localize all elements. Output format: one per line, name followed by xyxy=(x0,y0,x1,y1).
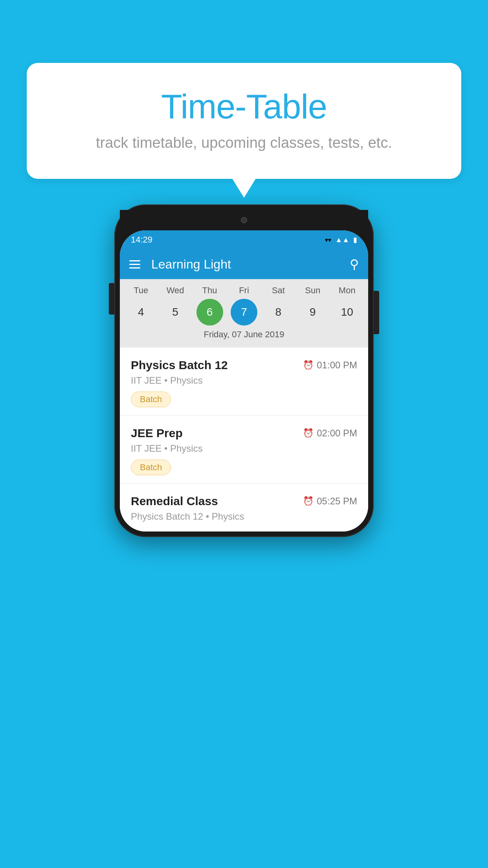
status-time: 14:29 xyxy=(131,235,152,245)
speech-bubble-container: Time-Table track timetable, upcoming cla… xyxy=(27,63,461,179)
phone-screen: 14:29 ▾▾ ▲▲ ▮ Learning Light ⚲ xyxy=(120,230,368,531)
phone-mockup: 14:29 ▾▾ ▲▲ ▮ Learning Light ⚲ xyxy=(114,204,374,537)
day-thu: Thu xyxy=(196,285,223,296)
battery-icon: ▮ xyxy=(353,235,357,244)
item-title-2: JEE Prep xyxy=(131,427,183,440)
dates-row[interactable]: 4 5 6 7 8 9 10 xyxy=(120,299,368,326)
item-time-2: ⏰ 02:00 PM xyxy=(303,428,357,439)
day-wed: Wed xyxy=(162,285,189,296)
status-icons: ▾▾ ▲▲ ▮ xyxy=(325,235,357,244)
day-sun: Sun xyxy=(299,285,326,296)
speech-bubble: Time-Table track timetable, upcoming cla… xyxy=(27,63,461,179)
schedule-list: Physics Batch 12 ⏰ 01:00 PM IIT JEE • Ph… xyxy=(120,348,368,531)
date-7-selected[interactable]: 7 xyxy=(231,299,257,326)
batch-badge-1: Batch xyxy=(131,392,171,407)
days-row: Tue Wed Thu Fri Sat Sun Mon xyxy=(120,285,368,296)
menu-icon[interactable] xyxy=(129,260,140,268)
selected-date-label: Friday, 07 June 2019 xyxy=(120,329,368,344)
clock-icon-1: ⏰ xyxy=(303,360,314,370)
day-sat: Sat xyxy=(265,285,292,296)
notch-cutout xyxy=(213,212,275,228)
status-bar: 14:29 ▾▾ ▲▲ ▮ xyxy=(120,230,368,249)
clock-icon-2: ⏰ xyxy=(303,428,314,438)
day-tue: Tue xyxy=(128,285,154,296)
time-value-2: 02:00 PM xyxy=(317,428,357,439)
date-8[interactable]: 8 xyxy=(265,299,292,326)
batch-badge-2: Batch xyxy=(131,460,171,475)
app-title: Learning Light xyxy=(151,257,339,272)
item-header-3: Remedial Class ⏰ 05:25 PM xyxy=(131,495,357,508)
schedule-item-jee-prep[interactable]: JEE Prep ⏰ 02:00 PM IIT JEE • Physics Ba… xyxy=(120,416,368,484)
bubble-subtitle: track timetable, upcoming classes, tests… xyxy=(58,134,430,151)
date-10[interactable]: 10 xyxy=(334,299,360,326)
phone-notch xyxy=(120,210,368,230)
camera xyxy=(241,217,247,223)
time-value-3: 05:25 PM xyxy=(317,496,357,507)
calendar-strip: Tue Wed Thu Fri Sat Sun Mon 4 5 6 7 8 9 … xyxy=(120,279,368,348)
clock-icon-3: ⏰ xyxy=(303,496,314,506)
item-title-1: Physics Batch 12 xyxy=(131,359,228,372)
date-6-today[interactable]: 6 xyxy=(196,299,223,326)
schedule-item-remedial[interactable]: Remedial Class ⏰ 05:25 PM Physics Batch … xyxy=(120,484,368,531)
item-header-1: Physics Batch 12 ⏰ 01:00 PM xyxy=(131,359,357,372)
item-subtitle-1: IIT JEE • Physics xyxy=(131,375,357,386)
wifi-icon: ▾▾ xyxy=(325,236,331,244)
date-5[interactable]: 5 xyxy=(162,299,189,326)
phone-frame: 14:29 ▾▾ ▲▲ ▮ Learning Light ⚲ xyxy=(114,204,374,537)
bubble-title: Time-Table xyxy=(58,86,430,127)
day-mon: Mon xyxy=(334,285,360,296)
app-bar: Learning Light ⚲ xyxy=(120,249,368,279)
schedule-item-physics-batch[interactable]: Physics Batch 12 ⏰ 01:00 PM IIT JEE • Ph… xyxy=(120,348,368,416)
item-time-3: ⏰ 05:25 PM xyxy=(303,496,357,507)
item-header-2: JEE Prep ⏰ 02:00 PM xyxy=(131,427,357,440)
item-title-3: Remedial Class xyxy=(131,495,218,508)
item-subtitle-2: IIT JEE • Physics xyxy=(131,443,357,454)
signal-icon: ▲▲ xyxy=(335,236,349,244)
time-value-1: 01:00 PM xyxy=(317,360,357,371)
day-fri: Fri xyxy=(231,285,257,296)
date-4[interactable]: 4 xyxy=(128,299,154,326)
item-subtitle-3: Physics Batch 12 • Physics xyxy=(131,511,357,522)
date-9[interactable]: 9 xyxy=(299,299,326,326)
item-time-1: ⏰ 01:00 PM xyxy=(303,360,357,371)
search-icon[interactable]: ⚲ xyxy=(350,257,359,272)
